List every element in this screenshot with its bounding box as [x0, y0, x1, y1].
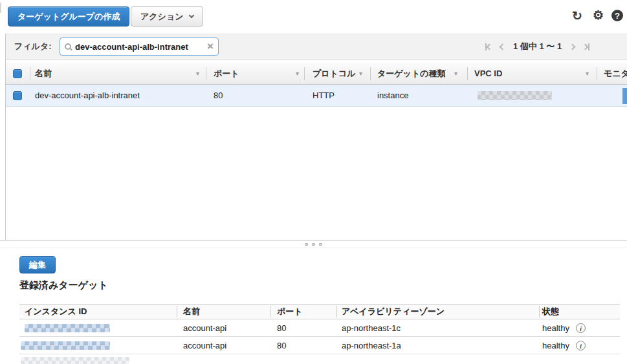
column-separator: [270, 306, 270, 317]
drag-dot: [305, 243, 308, 246]
sort-icon[interactable]: ▾: [196, 63, 199, 85]
row-checkbox[interactable]: [13, 91, 22, 100]
target-groups-console: ターゲットグループの作成 アクション ↻ ⚙ ? フィルタ: × 1 個中 1 …: [0, 0, 627, 364]
target-status: healthy: [542, 319, 569, 337]
actions-button-label: アクション: [140, 11, 184, 23]
help-icon[interactable]: ?: [611, 10, 623, 21]
column-header-status: 状態: [542, 304, 559, 319]
info-icon[interactable]: i: [576, 341, 586, 350]
pagination: 1 個中 1 〜 1: [485, 34, 589, 59]
first-page-icon[interactable]: [485, 43, 492, 50]
redacted-instance-id: [21, 341, 110, 350]
drag-dot: [319, 243, 322, 246]
target-az: ap-northeast-1a: [342, 337, 401, 354]
sort-icon[interactable]: ▾: [586, 63, 589, 85]
monitoring-bar: [622, 88, 627, 104]
column-separator: [177, 306, 177, 317]
column-header-monitoring[interactable]: モニタ: [604, 63, 627, 85]
actions-button[interactable]: アクション: [131, 6, 203, 27]
column-separator: [336, 306, 337, 317]
filter-search-box[interactable]: ×: [60, 37, 219, 56]
refresh-icon[interactable]: ↻: [572, 10, 582, 23]
chevron-down-icon: [188, 12, 193, 17]
info-icon[interactable]: i: [576, 323, 586, 333]
filter-search-input[interactable]: [75, 42, 203, 52]
gear-icon[interactable]: ⚙: [593, 9, 604, 22]
column-separator: [597, 67, 597, 80]
target-status: healthy: [542, 337, 569, 354]
column-header-port[interactable]: ポート: [214, 63, 239, 85]
target-name: account-api: [183, 337, 226, 354]
sort-icon[interactable]: ▾: [296, 63, 299, 85]
sort-icon[interactable]: ▾: [359, 63, 362, 85]
target-port: 80: [277, 337, 286, 354]
redacted-instance-id: [25, 324, 110, 332]
next-page-icon[interactable]: [570, 45, 575, 49]
column-header-name[interactable]: 名前: [35, 63, 52, 85]
pagination-count: 1 個中 1 〜 1: [513, 41, 562, 52]
target-port: 80: [277, 319, 286, 337]
create-target-group-button[interactable]: ターゲットグループの作成: [8, 6, 129, 27]
column-header-instance-id: インスタンス ID: [25, 304, 87, 319]
column-separator: [539, 306, 540, 317]
column-separator: [467, 67, 468, 80]
row-name: dev-account-api-alb-intranet: [35, 85, 140, 107]
drag-dot: [312, 243, 315, 246]
column-separator: [370, 67, 371, 80]
sort-icon[interactable]: ▾: [454, 63, 457, 85]
select-all-checkbox[interactable]: [13, 69, 22, 78]
row-target-type: instance: [377, 85, 408, 107]
column-header-target-type[interactable]: ターゲットの種類: [377, 63, 446, 85]
column-header-vpc-id[interactable]: VPC ID: [474, 63, 502, 85]
prev-page-icon[interactable]: [500, 45, 505, 49]
column-header-port: ポート: [277, 304, 303, 319]
registered-targets-heading: 登録済みターゲット: [19, 279, 108, 292]
last-page-icon[interactable]: [583, 43, 589, 50]
column-header-protocol[interactable]: プロトコル: [313, 63, 356, 85]
panel-left-border: [5, 34, 6, 240]
column-separator: [304, 67, 305, 80]
search-icon: [65, 43, 71, 50]
edit-button[interactable]: 編集: [19, 256, 56, 273]
redacted-partial-row: [21, 357, 129, 364]
redacted-vpc-id: [478, 91, 552, 100]
row-protocol: HTTP: [313, 85, 335, 107]
panel-splitter-handle[interactable]: [0, 240, 627, 248]
clear-filter-icon[interactable]: ×: [207, 42, 214, 51]
details-table-header: [19, 304, 620, 319]
target-az: ap-northeast-1c: [342, 319, 401, 337]
column-separator: [30, 67, 30, 80]
column-header-availability-zone: アベイラビリティーゾーン: [342, 304, 445, 319]
column-separator: [206, 67, 206, 80]
row-port: 80: [214, 85, 223, 107]
target-name: account-api: [183, 319, 226, 337]
clipped-edge: [0, 3, 1, 13]
filter-label: フィルタ:: [14, 34, 52, 59]
column-header-name: 名前: [183, 304, 200, 319]
